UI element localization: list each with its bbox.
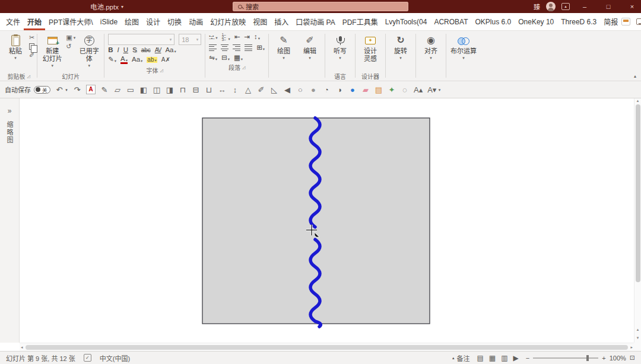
fit-to-window-button[interactable]: ⊡ [630,354,635,362]
ribbon-tab[interactable]: 插入 [271,13,292,30]
slide-number-indicator[interactable]: 幻灯片 第 9 张, 共 12 张 [6,353,75,363]
used-fonts-button[interactable]: 字 已用字 体 ▾ [77,32,101,69]
format-painter-icon[interactable]: ✐ [29,52,34,59]
ribbon-tab[interactable]: ThreeD 6.3 [557,13,600,30]
scroll-right-icon[interactable]: ▸ [630,345,633,350]
ribbon-tab[interactable]: 绘图 [121,13,142,30]
case-button[interactable]: Aa▾ [132,56,142,63]
distribute-h-tool[interactable]: ↔ [218,86,226,94]
align-top-tool[interactable]: ⊓ [179,86,187,94]
search-box[interactable]: 搜索 [233,2,408,11]
cut-icon[interactable]: ✂ [29,34,34,41]
rotate-button[interactable]: ↻ 旋转 ▾ [388,32,413,61]
ribbon-tab[interactable]: PDF工具集 [339,13,382,30]
maximize-button[interactable]: □ [599,0,617,13]
vertical-scroll-thumb[interactable] [636,104,640,282]
blue-circle-tool[interactable]: ● [348,86,357,94]
highlight-color-button[interactable]: ab▾ [147,57,157,63]
font-color-button[interactable]: A▾ [120,56,128,65]
zoom-slider-thumb[interactable] [586,355,589,361]
sparkle-tool[interactable]: ✦ [388,86,396,94]
document-title[interactable]: 电池.pptx ▾ [90,2,123,11]
zoom-out-button[interactable]: − [526,355,529,362]
ellipse-tool[interactable]: ○ [296,86,304,94]
half-circle-tool[interactable]: ◑ [335,86,344,94]
horizontal-scrollbar[interactable]: ◂ ▸ [20,343,634,351]
align-center-button[interactable] [221,43,229,53]
bullets-button[interactable]: •–•–•–▾ [209,35,217,40]
columns-button[interactable]: ⊞▾ [256,44,265,52]
next-slide-button[interactable]: ▾ [637,336,639,340]
reading-view-button[interactable]: ▥ [501,354,507,362]
pencil-tool[interactable]: ✐ [257,86,265,94]
slide-sorter-view-button[interactable]: ▦ [489,354,496,362]
paste-button[interactable]: 粘贴 ▾ [3,32,28,61]
ribbon-tab[interactable]: 口袋动画 PA [292,13,338,30]
redo-button[interactable]: ↷ [73,86,81,94]
align-right-tool[interactable]: ◨ [166,86,174,94]
notes-button[interactable]: ▴ 备注 [452,353,470,363]
spell-check-icon[interactable]: ✓ [84,354,91,362]
close-button[interactable]: × [623,0,641,13]
reset-slide-icon[interactable]: ↺ [66,43,75,50]
draw-button[interactable]: ✎ 绘图 ▾ [271,32,296,61]
distribute-v-tool[interactable]: ↕ [231,86,239,94]
change-case-button[interactable]: Aa▾ [165,47,176,54]
ring-tool[interactable]: ◌ [401,86,409,94]
font-size-select[interactable]: 18 ▾ [179,34,201,45]
ribbon-tab[interactable]: ACROBAT [430,13,471,30]
align-bottom-tool[interactable]: ⊔ [205,86,213,94]
numbering-button[interactable]: 1–2–3–▾ [221,34,230,41]
triangle-tool[interactable]: △ [244,86,252,94]
notebook-tool[interactable]: ▤ [375,86,383,94]
layout-icon[interactable]: ▣▾ [66,34,75,41]
pie-tool[interactable]: ◔ [322,86,331,94]
new-slide-button[interactable]: 新建 幻灯片 ▾ [40,32,65,69]
thumbnail-panel[interactable]: » 缩略图 [0,98,20,343]
ribbon-tab[interactable]: 开始 [24,13,45,30]
convert-smartart-button[interactable]: ▦▾ [234,55,243,62]
slide-editing-area[interactable] [20,98,634,343]
bold-button[interactable]: B [108,47,113,54]
dialog-launcher-icon[interactable]: ◿ [27,74,30,79]
more-tools-button[interactable]: ▾ [437,88,441,92]
scroll-up-icon[interactable]: ▴ [637,98,639,103]
italic-button[interactable]: I [117,47,119,54]
strikethrough-button[interactable]: abc [141,47,151,53]
expand-panel-icon[interactable]: » [8,107,12,115]
oval-tool[interactable]: ● [309,86,318,94]
avatar[interactable] [546,2,556,11]
dictate-button[interactable]: 听写 ▾ [328,32,353,61]
grow-font-tool[interactable]: A▴ [414,86,423,94]
autosave-toggle[interactable]: 关 [34,86,50,94]
autosave-control[interactable]: 自动保存 关 [5,85,50,94]
rectangle-tool[interactable]: ▭ [126,86,135,94]
boolean-ops-button[interactable]: 布尔运算 ▾ [449,32,478,61]
ribbon-tab[interactable]: 切换 [164,13,185,30]
previous-slide-button[interactable]: ▴ [637,327,639,332]
line-spacing-button[interactable]: ↕▾ [254,34,260,41]
ribbon-tab[interactable]: LvyhTools(04 [382,13,431,30]
comment-icon[interactable] [636,18,641,25]
undo-caret[interactable]: ▾ [65,88,68,92]
align-button[interactable]: ◉ 对齐 ▾ [418,32,443,61]
zoom-slider[interactable] [533,357,598,359]
ribbon-tab[interactable]: 视图 [249,13,271,30]
slideshow-button[interactable]: ▶ [513,354,519,362]
zoom-level[interactable]: 100% [610,355,626,362]
ribbon-display-options-icon[interactable]: ▴ [561,3,570,10]
text-shadow-button[interactable]: S [132,47,137,54]
ribbon-tab[interactable]: 动画 [185,13,207,30]
ribbon-tab[interactable]: PPT课件大师\ [45,13,97,30]
ribbon-tab[interactable]: 简报 [600,13,621,30]
freeform-tool[interactable]: ▱ [113,86,122,94]
minimize-button[interactable]: – [576,0,594,13]
text-style-tool[interactable]: A [86,85,96,94]
increase-indent-button[interactable]: ⇥ [244,34,250,41]
flip-tool[interactable]: ◀ [283,86,291,94]
shrink-font-tool[interactable]: A▾ [427,86,436,94]
editing-button[interactable]: ✐ 编辑 ▾ [297,32,322,61]
text-pen-button[interactable]: ✎▾ [108,56,116,63]
share-icon[interactable] [621,18,630,25]
align-right-button[interactable] [233,43,240,53]
